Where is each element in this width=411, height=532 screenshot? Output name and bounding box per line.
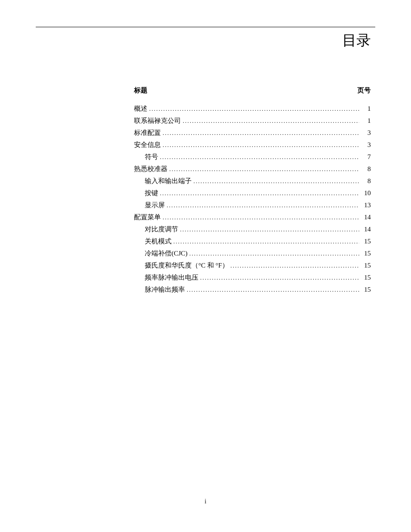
toc-leader-dots xyxy=(160,187,359,199)
toc-entry-title: 熟悉校准器 xyxy=(134,163,168,175)
toc-entry-title: 联系福禄克公司 xyxy=(134,115,181,127)
toc-leader-dots xyxy=(149,103,359,115)
toc-entry-title: 摄氏度和华氏度（°C 和 °F） xyxy=(145,260,229,272)
toc-entry: 熟悉校准器8 xyxy=(134,163,371,175)
toc-entry: 关机模式15 xyxy=(134,235,371,247)
toc-leader-dots xyxy=(193,175,359,187)
toc-leader-dots xyxy=(200,272,359,284)
toc-leader-dots xyxy=(189,247,359,260)
toc-entry-title: 对比度调节 xyxy=(145,223,178,235)
toc-entry-title: 安全信息 xyxy=(134,139,161,151)
page: 目录 标题 页号 概述1联系福禄克公司1标准配置3安全信息3符号7熟悉校准器8输… xyxy=(0,0,411,532)
toc-entry: 脉冲输出频率15 xyxy=(134,284,371,296)
toc-entry-page: 15 xyxy=(361,284,371,296)
toc-header: 标题 页号 xyxy=(134,86,371,95)
toc-leader-dots xyxy=(183,115,359,127)
toc-leader-dots xyxy=(169,163,359,175)
toc-entry-page: 3 xyxy=(361,127,371,139)
toc-entry-title: 显示屏 xyxy=(145,199,165,211)
toc-body: 概述1联系福禄克公司1标准配置3安全信息3符号7熟悉校准器8输入和输出端子8按键… xyxy=(134,103,371,296)
toc-entry: 标准配置3 xyxy=(134,127,371,139)
table-of-contents: 标题 页号 概述1联系福禄克公司1标准配置3安全信息3符号7熟悉校准器8输入和输… xyxy=(134,86,371,296)
toc-entry-title: 输入和输出端子 xyxy=(145,175,192,187)
toc-entry: 频率脉冲输出电压15 xyxy=(134,272,371,284)
footer-page-number: i xyxy=(0,498,411,505)
toc-leader-dots xyxy=(173,235,359,247)
toc-entry-title: 按键 xyxy=(145,187,158,199)
toc-entry-title: 冷端补偿(CJC) xyxy=(145,247,188,260)
toc-header-page: 页号 xyxy=(357,86,371,95)
page-title: 目录 xyxy=(36,31,375,50)
toc-leader-dots xyxy=(180,223,359,235)
toc-entry-page: 8 xyxy=(361,175,371,187)
toc-entry-title: 配置菜单 xyxy=(134,211,161,223)
toc-entry-page: 7 xyxy=(361,151,371,163)
toc-entry: 配置菜单14 xyxy=(134,211,371,223)
toc-entry: 按键10 xyxy=(134,187,371,199)
toc-entry-title: 标准配置 xyxy=(134,127,161,139)
toc-leader-dots xyxy=(231,260,359,272)
toc-entry-title: 关机模式 xyxy=(145,235,172,247)
toc-header-title: 标题 xyxy=(134,86,147,95)
toc-entry-title: 频率脉冲输出电压 xyxy=(145,272,198,284)
toc-entry-page: 13 xyxy=(361,199,371,211)
toc-entry: 对比度调节14 xyxy=(134,223,371,235)
toc-entry-page: 14 xyxy=(361,223,371,235)
toc-leader-dots xyxy=(163,127,359,139)
toc-entry: 符号7 xyxy=(134,151,371,163)
toc-entry: 安全信息3 xyxy=(134,139,371,151)
toc-entry-page: 14 xyxy=(361,211,371,223)
toc-entry-page: 15 xyxy=(361,260,371,272)
toc-entry-page: 1 xyxy=(361,103,371,115)
toc-leader-dots xyxy=(160,151,359,163)
toc-leader-dots xyxy=(163,211,359,223)
toc-entry: 联系福禄克公司1 xyxy=(134,115,371,127)
top-rule xyxy=(36,27,375,27)
toc-entry: 摄氏度和华氏度（°C 和 °F）15 xyxy=(134,260,371,272)
toc-entry-title: 脉冲输出频率 xyxy=(145,284,185,296)
toc-entry: 显示屏13 xyxy=(134,199,371,211)
toc-entry-page: 8 xyxy=(361,163,371,175)
toc-leader-dots xyxy=(163,139,359,151)
toc-entry: 冷端补偿(CJC)15 xyxy=(134,247,371,260)
toc-entry-page: 3 xyxy=(361,139,371,151)
toc-entry-page: 15 xyxy=(361,247,371,260)
toc-entry-page: 1 xyxy=(361,115,371,127)
toc-leader-dots xyxy=(187,284,359,296)
toc-entry: 输入和输出端子8 xyxy=(134,175,371,187)
toc-entry-title: 概述 xyxy=(134,103,147,115)
toc-entry-page: 15 xyxy=(361,272,371,284)
toc-entry-page: 15 xyxy=(361,235,371,247)
toc-entry-page: 10 xyxy=(361,187,371,199)
toc-entry-title: 符号 xyxy=(145,151,158,163)
toc-leader-dots xyxy=(167,199,359,211)
toc-entry: 概述1 xyxy=(134,103,371,115)
